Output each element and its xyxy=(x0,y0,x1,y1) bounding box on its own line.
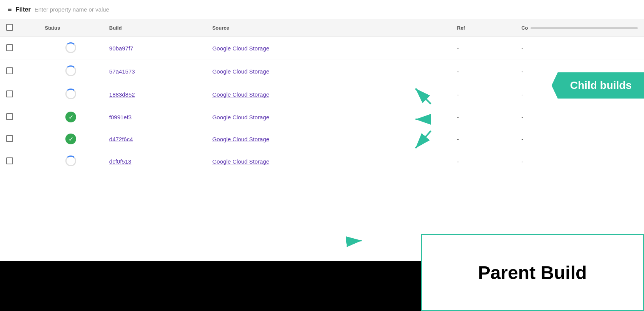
table-header-row: Status Build Source Ref Co xyxy=(0,19,644,37)
row-checkbox[interactable] xyxy=(6,157,13,164)
row-ref-cell: - xyxy=(451,106,515,128)
row-source-cell: Google Cloud Storage xyxy=(206,60,451,83)
row-checkbox[interactable] xyxy=(6,67,13,74)
build-link[interactable]: d472f6c4 xyxy=(109,136,133,142)
row-build-cell: 90ba97f7 xyxy=(103,37,206,60)
row-status-cell xyxy=(38,150,103,173)
loading-spinner-icon xyxy=(65,89,76,99)
source-link[interactable]: Google Cloud Storage xyxy=(212,114,269,120)
table-row: 90ba97f7Google Cloud Storage-- xyxy=(0,37,644,60)
row-source-cell: Google Cloud Storage xyxy=(206,83,451,106)
co-value: - xyxy=(521,68,523,75)
table-row: 57a41573Google Cloud Storage-- xyxy=(0,60,644,83)
row-ref-cell: - xyxy=(451,60,515,83)
row-status-cell xyxy=(38,37,103,60)
builds-table-container: Status Build Source Ref Co 90ba97f7Googl… xyxy=(0,19,644,173)
row-checkbox[interactable] xyxy=(6,113,13,120)
table-row: dcf0f513Google Cloud Storage-- xyxy=(0,150,644,173)
parent-build-label: Parent Build xyxy=(478,262,587,283)
filter-placeholder: Enter property name or value xyxy=(35,6,109,13)
ref-value: - xyxy=(457,136,459,142)
ref-value: - xyxy=(457,68,459,75)
co-value: - xyxy=(521,158,523,165)
row-checkbox-cell xyxy=(0,37,38,60)
success-check-icon: ✓ xyxy=(65,112,76,122)
row-source-cell: Google Cloud Storage xyxy=(206,150,451,173)
row-checkbox[interactable] xyxy=(6,90,13,97)
row-status-cell: ✓ xyxy=(38,128,103,150)
filter-bar: ≡ Filter Enter property name or value xyxy=(0,0,644,19)
builds-table: Status Build Source Ref Co 90ba97f7Googl… xyxy=(0,19,644,173)
source-link[interactable]: Google Cloud Storage xyxy=(212,158,269,165)
co-value: - xyxy=(521,45,523,52)
row-ref-cell: - xyxy=(451,128,515,150)
row-checkbox[interactable] xyxy=(6,44,13,51)
build-link[interactable]: f0991ef3 xyxy=(109,114,132,120)
table-row: 1883d852Google Cloud Storage-- xyxy=(0,83,644,106)
source-link[interactable]: Google Cloud Storage xyxy=(212,68,269,75)
loading-spinner-icon xyxy=(65,42,76,53)
source-link[interactable]: Google Cloud Storage xyxy=(212,45,269,52)
co-value: - xyxy=(521,114,523,120)
build-link[interactable]: dcf0f513 xyxy=(109,158,132,165)
col-header-checkbox[interactable] xyxy=(0,19,38,37)
row-ref-cell: - xyxy=(451,37,515,60)
success-check-icon: ✓ xyxy=(65,134,76,144)
row-status-cell xyxy=(38,83,103,106)
co-scrollbar xyxy=(531,27,638,29)
source-link[interactable]: Google Cloud Storage xyxy=(212,136,269,142)
row-checkbox-cell xyxy=(0,60,38,83)
select-all-checkbox[interactable] xyxy=(6,24,13,31)
build-link[interactable]: 1883d852 xyxy=(109,91,135,98)
row-checkbox-cell xyxy=(0,128,38,150)
row-source-cell: Google Cloud Storage xyxy=(206,128,451,150)
col-header-status: Status xyxy=(38,19,103,37)
filter-label: Filter xyxy=(16,6,31,13)
source-link[interactable]: Google Cloud Storage xyxy=(212,91,269,98)
filter-icon: ≡ xyxy=(8,5,12,13)
loading-spinner-icon xyxy=(65,156,76,166)
loading-spinner-icon xyxy=(65,65,76,76)
row-status-cell xyxy=(38,60,103,83)
row-ref-cell: - xyxy=(451,83,515,106)
svg-line-7 xyxy=(346,241,362,242)
co-value: - xyxy=(521,91,523,98)
ref-value: - xyxy=(457,91,459,98)
row-co-cell: - xyxy=(515,37,644,60)
row-status-cell: ✓ xyxy=(38,106,103,128)
row-build-cell: f0991ef3 xyxy=(103,106,206,128)
row-build-cell: dcf0f513 xyxy=(103,150,206,173)
row-ref-cell: - xyxy=(451,150,515,173)
col-header-build: Build xyxy=(103,19,206,37)
row-build-cell: 57a41573 xyxy=(103,60,206,83)
table-row: ✓f0991ef3Google Cloud Storage-- xyxy=(0,106,644,128)
child-builds-annotation: Child builds xyxy=(552,72,644,99)
row-checkbox-cell xyxy=(0,150,38,173)
parent-build-annotation: Parent Build xyxy=(421,234,644,311)
ref-value: - xyxy=(457,158,459,165)
row-build-cell: d472f6c4 xyxy=(103,128,206,150)
row-checkbox-cell xyxy=(0,83,38,106)
table-row: ✓d472f6c4Google Cloud Storage-- xyxy=(0,128,644,150)
col-header-source: Source xyxy=(206,19,451,37)
row-build-cell: 1883d852 xyxy=(103,83,206,106)
row-source-cell: Google Cloud Storage xyxy=(206,37,451,60)
table-body: 90ba97f7Google Cloud Storage--57a41573Go… xyxy=(0,37,644,173)
co-value: - xyxy=(521,136,523,142)
row-co-cell: - xyxy=(515,150,644,173)
child-builds-label: Child builds xyxy=(570,79,632,92)
row-co-cell: - xyxy=(515,106,644,128)
col-header-ref: Ref xyxy=(451,19,515,37)
build-link[interactable]: 90ba97f7 xyxy=(109,45,133,52)
row-source-cell: Google Cloud Storage xyxy=(206,106,451,128)
ref-value: - xyxy=(457,45,459,52)
row-co-cell: - xyxy=(515,128,644,150)
col-header-co: Co xyxy=(515,19,644,37)
row-checkbox[interactable] xyxy=(6,135,13,142)
ref-value: - xyxy=(457,114,459,120)
build-link[interactable]: 57a41573 xyxy=(109,68,135,75)
row-checkbox-cell xyxy=(0,106,38,128)
